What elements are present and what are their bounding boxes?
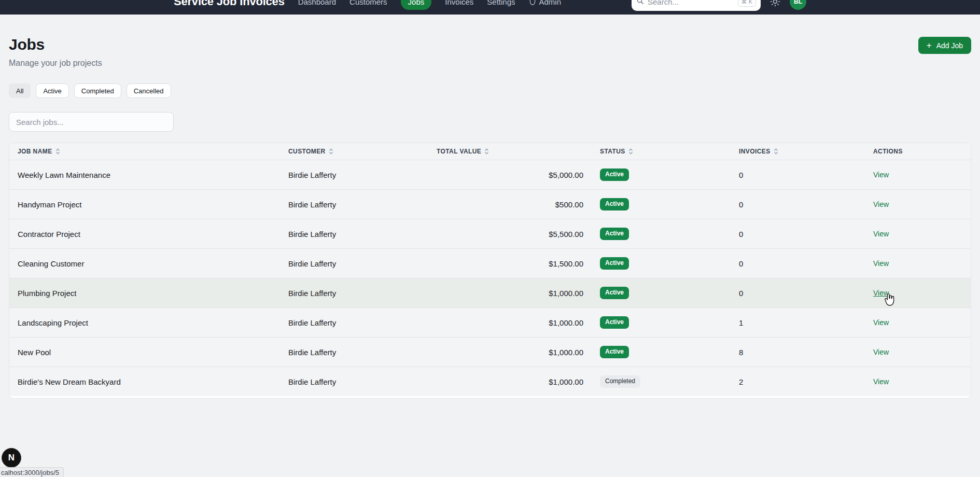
job-name-cell: New Pool: [9, 348, 280, 357]
job-name-cell: Handyman Project: [9, 200, 280, 209]
jobs-page: Jobs Manage your job projects + Add Job …: [0, 36, 980, 399]
status-filter-group: All Active Completed Cancelled: [9, 83, 971, 98]
view-link[interactable]: View: [873, 200, 889, 208]
column-header-status[interactable]: STATUS: [592, 148, 731, 155]
customer-cell: Birdie Lafferty: [280, 377, 428, 386]
table-row[interactable]: Contractor Project Birdie Lafferty $5,50…: [9, 219, 971, 248]
customer-cell: Birdie Lafferty: [280, 230, 428, 238]
invoices-count-cell: 2: [731, 377, 865, 386]
sort-icon[interactable]: [774, 148, 778, 155]
table-row[interactable]: Landscaping Project Birdie Lafferty $1,0…: [9, 307, 971, 337]
global-search[interactable]: ⌘ K: [632, 0, 761, 11]
invoices-count-cell: 0: [731, 289, 865, 298]
total-value-cell: $1,000.00: [428, 289, 592, 298]
sort-icon[interactable]: [484, 148, 489, 155]
invoices-count-cell: 0: [731, 230, 865, 238]
status-badge: Active: [600, 198, 629, 210]
status-badge: Active: [600, 169, 629, 180]
view-link[interactable]: View: [873, 377, 889, 386]
shield-icon: [529, 0, 536, 6]
status-badge: Active: [600, 316, 629, 328]
view-link[interactable]: View: [873, 348, 889, 356]
nextjs-dev-badge[interactable]: N: [2, 448, 21, 468]
app-brand[interactable]: Service Job Invoices: [174, 0, 285, 8]
invoices-count-cell: 0: [731, 259, 865, 268]
total-value-cell: $5,000.00: [428, 171, 592, 179]
view-link[interactable]: View: [873, 259, 889, 268]
user-avatar[interactable]: BL: [790, 0, 806, 10]
table-row[interactable]: Handyman Project Birdie Lafferty $500.00…: [9, 189, 971, 219]
view-link[interactable]: View: [873, 230, 889, 238]
nav-item-invoices[interactable]: Invoices: [445, 0, 473, 6]
table-row-hovered[interactable]: Plumbing Project Birdie Lafferty $1,000.…: [9, 278, 971, 307]
column-header-total-value[interactable]: TOTAL VALUE: [428, 148, 592, 155]
table-header-row: JOB NAME CUSTOMER TOTAL VALUE STATUS INV…: [9, 143, 971, 160]
sort-icon[interactable]: [329, 148, 333, 155]
table-row[interactable]: Cleaning Customer Birdie Lafferty $1,500…: [9, 248, 971, 278]
filter-completed[interactable]: Completed: [74, 83, 121, 98]
table-row[interactable]: Weekly Lawn Maintenance Birdie Lafferty …: [9, 160, 971, 189]
job-name-cell: Landscaping Project: [9, 318, 280, 327]
global-search-input[interactable]: [648, 0, 734, 6]
total-value-cell: $1,000.00: [428, 377, 592, 386]
column-header-actions: ACTIONS: [865, 148, 971, 155]
total-value-cell: $5,500.00: [428, 230, 592, 238]
status-badge: Active: [600, 228, 629, 240]
nav-item-customers[interactable]: Customers: [349, 0, 387, 6]
column-header-job-name[interactable]: JOB NAME: [9, 148, 280, 155]
main-nav: Dashboard Customers Jobs Invoices Settin…: [298, 0, 561, 10]
add-job-button[interactable]: + Add Job: [918, 37, 971, 54]
customer-cell: Birdie Lafferty: [280, 200, 428, 209]
customer-cell: Birdie Lafferty: [280, 289, 428, 298]
job-name-cell: Contractor Project: [9, 230, 280, 238]
customer-cell: Birdie Lafferty: [280, 318, 428, 327]
sort-icon[interactable]: [628, 148, 633, 155]
view-link[interactable]: View: [873, 289, 889, 297]
total-value-cell: $1,000.00: [428, 318, 592, 327]
filter-active[interactable]: Active: [36, 83, 68, 98]
customer-cell: Birdie Lafferty: [280, 348, 428, 357]
status-badge: Active: [600, 287, 629, 299]
top-navbar: Service Job Invoices Dashboard Customers…: [0, 0, 980, 15]
status-badge: Active: [600, 257, 629, 269]
total-value-cell: $1,500.00: [428, 259, 592, 268]
job-name-cell: Birdie's New Dream Backyard: [9, 377, 280, 386]
total-value-cell: $1,000.00: [428, 348, 592, 357]
job-name-cell: Weekly Lawn Maintenance: [9, 171, 280, 179]
column-header-customer[interactable]: CUSTOMER: [280, 148, 428, 155]
view-link[interactable]: View: [873, 318, 889, 327]
page-title: Jobs: [9, 36, 102, 53]
nav-item-settings[interactable]: Settings: [487, 0, 515, 6]
theme-toggle-sun-icon[interactable]: [770, 0, 780, 7]
sort-icon[interactable]: [55, 148, 60, 155]
search-icon: [636, 0, 644, 7]
nav-item-jobs[interactable]: Jobs: [401, 0, 432, 10]
invoices-count-cell: 1: [731, 318, 865, 327]
invoices-count-cell: 8: [731, 348, 865, 357]
customer-cell: Birdie Lafferty: [280, 171, 428, 179]
table-row[interactable]: New Pool Birdie Lafferty $1,000.00 Activ…: [9, 337, 971, 367]
column-header-invoices[interactable]: INVOICES: [731, 148, 865, 155]
search-shortcut-badge: ⌘ K: [738, 0, 756, 7]
status-badge: Completed: [600, 375, 640, 387]
search-jobs-input[interactable]: [9, 112, 174, 132]
link-preview-statusbar: calhost:3000/jobs/5: [0, 467, 64, 477]
filter-cancelled[interactable]: Cancelled: [127, 83, 171, 98]
customer-cell: Birdie Lafferty: [280, 259, 428, 268]
status-badge: Active: [600, 346, 629, 358]
job-name-cell: Cleaning Customer: [9, 259, 280, 268]
total-value-cell: $500.00: [428, 200, 592, 209]
invoices-count-cell: 0: [731, 171, 865, 179]
view-link[interactable]: View: [873, 171, 889, 179]
filter-all[interactable]: All: [9, 83, 31, 98]
nav-item-admin[interactable]: Admin: [529, 0, 562, 6]
nav-item-dashboard[interactable]: Dashboard: [298, 0, 336, 6]
job-name-cell: Plumbing Project: [9, 289, 280, 298]
table-row[interactable]: Birdie's New Dream Backyard Birdie Laffe…: [9, 367, 971, 396]
invoices-count-cell: 0: [731, 200, 865, 209]
jobs-table: JOB NAME CUSTOMER TOTAL VALUE STATUS INV…: [9, 143, 971, 399]
page-subtitle: Manage your job projects: [9, 59, 102, 68]
plus-icon: +: [927, 41, 932, 50]
